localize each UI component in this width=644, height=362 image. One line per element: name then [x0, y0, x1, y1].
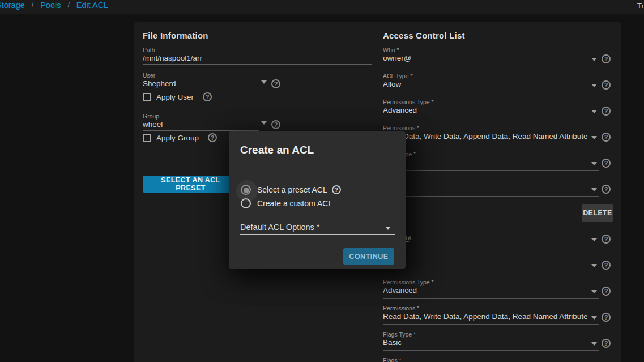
- apply-user-row: Apply User ?: [143, 92, 212, 101]
- acl-field-help-icon[interactable]: ?: [602, 80, 611, 90]
- group-label: Group: [143, 113, 159, 120]
- default-acl-options-select[interactable]: Default ACL Options *: [240, 223, 320, 232]
- acl-field-value[interactable]: Inherit: [383, 184, 588, 193]
- acl-field: Permissions *Read Data, Write Data, Appe…: [383, 305, 613, 331]
- acl-field-underline: [383, 196, 599, 197]
- create-acl-dialog: Create an ACL Select a preset ACL ? Crea…: [229, 131, 406, 269]
- custom-acl-radio-label: Create a custom ACL: [257, 199, 332, 208]
- preset-acl-radio[interactable]: [241, 185, 251, 195]
- acl-field-help-icon[interactable]: ?: [602, 159, 611, 168]
- acl-field: ?: [383, 253, 613, 279]
- delete-acl-entry-button[interactable]: DELETE: [582, 204, 613, 222]
- default-acl-options-caret-icon[interactable]: [385, 227, 391, 230]
- group-underline: [143, 130, 259, 131]
- acl-field-caret-icon[interactable]: [591, 136, 597, 139]
- acl-field-help-icon[interactable]: ?: [602, 54, 611, 63]
- user-help-icon[interactable]: ?: [271, 79, 280, 88]
- acl-field-caret-icon[interactable]: [591, 290, 597, 293]
- acl-field-label: Permissions Type *: [383, 99, 434, 105]
- acl-field-underline: [383, 66, 599, 66]
- custom-acl-radio-row[interactable]: Create a custom ACL: [241, 197, 332, 210]
- acl-field-caret-icon[interactable]: [591, 110, 597, 113]
- apply-group-label: Apply Group: [156, 134, 199, 142]
- acl-field-label: Who *: [383, 46, 399, 53]
- acl-field: Flags Type *?: [383, 151, 613, 177]
- dialog-title: Create an ACL: [240, 144, 314, 156]
- path-underline: [143, 64, 372, 65]
- apply-group-help-icon[interactable]: ?: [208, 133, 217, 142]
- acl-field: Who *owner@?: [383, 46, 613, 73]
- acl-field-label: Permissions *: [383, 305, 419, 312]
- acl-field-caret-icon[interactable]: [591, 342, 597, 346]
- acl-field-value[interactable]: Basic: [383, 338, 588, 347]
- user-select[interactable]: Shepherd: [143, 79, 176, 88]
- acl-field-caret-icon[interactable]: [591, 264, 597, 267]
- acl-field-caret-icon[interactable]: [591, 316, 597, 320]
- user-label: User: [143, 72, 155, 79]
- acl-field: Permissions Type *Advanced?: [383, 279, 613, 305]
- acl-field-value[interactable]: Allow: [383, 80, 588, 88]
- acl-field-caret-icon[interactable]: [591, 84, 597, 87]
- acl-field-help-icon[interactable]: ?: [602, 235, 611, 244]
- acl-field-help-icon[interactable]: ?: [602, 339, 611, 348]
- apply-group-row: Apply Group ?: [143, 133, 217, 142]
- acl-field-value[interactable]: Advanced: [383, 106, 588, 114]
- select-acl-preset-button[interactable]: SELECT AN ACL PRESET: [143, 176, 238, 193]
- acl-field-underline: [383, 272, 599, 272]
- breadcrumb-edit-acl[interactable]: Edit ACL: [73, 1, 112, 10]
- acl-field-value[interactable]: owner@: [383, 234, 588, 242]
- acl-field: ACL Type *Allow?: [383, 73, 613, 99]
- apply-group-checkbox[interactable]: [143, 134, 151, 142]
- breadcrumb-storage[interactable]: Storage: [0, 1, 28, 10]
- acl-field-help-icon[interactable]: ?: [602, 185, 611, 194]
- breadcrumb: Storage / Pools / Edit ACL: [0, 1, 112, 10]
- acl-field-label: Flags *: [383, 357, 402, 362]
- file-information-title: File Information: [143, 31, 208, 40]
- acl-field-label: ACL Type *: [383, 73, 413, 79]
- acl-field-caret-icon[interactable]: [591, 162, 597, 165]
- continue-button[interactable]: CONTINUE: [343, 248, 394, 265]
- user-underline: [143, 90, 259, 90]
- acl-field-caret-icon[interactable]: [591, 238, 597, 241]
- acl-field-underline: [383, 170, 599, 171]
- user-dropdown-caret-icon[interactable]: [261, 80, 267, 84]
- acl-field-value[interactable]: Read Data, Write Data, Append Data, Read…: [383, 132, 588, 140]
- acl-field-value[interactable]: Advanced: [383, 286, 588, 295]
- acl-field-help-icon[interactable]: ?: [602, 133, 611, 142]
- acl-field-help-icon[interactable]: ?: [602, 287, 611, 296]
- breadcrumb-pools[interactable]: Pools: [37, 1, 64, 10]
- acl-field-underline: [383, 324, 599, 325]
- access-control-list-title: Access Control List: [383, 31, 465, 40]
- default-acl-options-underline: [240, 234, 395, 235]
- group-dropdown-caret-icon[interactable]: [261, 121, 267, 125]
- breadcrumb-separator: /: [64, 1, 72, 9]
- acl-field: Permissions *Read Data, Write Data, Appe…: [383, 125, 613, 151]
- acl-field-underline: [383, 144, 599, 144]
- acl-field-underline: [383, 298, 599, 299]
- acl-field-label: Permissions *: [383, 125, 419, 131]
- apply-user-label: Apply User: [156, 93, 194, 101]
- acl-field-caret-icon[interactable]: [591, 58, 597, 61]
- group-select[interactable]: wheel: [143, 120, 163, 129]
- breadcrumb-separator: /: [28, 1, 37, 9]
- preset-acl-radio-label: Select a preset ACL: [257, 185, 327, 194]
- group-help-icon[interactable]: ?: [271, 120, 280, 129]
- preset-acl-help-icon[interactable]: ?: [332, 185, 341, 194]
- path-input[interactable]: /mnt/naspool1/arr: [143, 54, 202, 62]
- acl-field-underline: [383, 350, 599, 351]
- acl-field-help-icon[interactable]: ?: [602, 313, 611, 322]
- preset-acl-radio-row[interactable]: Select a preset ACL ?: [241, 183, 341, 197]
- acl-field-value[interactable]: owner@: [383, 54, 588, 62]
- acl-field-help-icon[interactable]: ?: [602, 107, 611, 116]
- acl-field-value[interactable]: Read Data, Write Data, Append Data, Read…: [383, 312, 588, 321]
- acl-field-underline: [383, 92, 599, 92]
- apply-user-checkbox[interactable]: [143, 93, 151, 101]
- custom-acl-radio[interactable]: [241, 198, 251, 208]
- page: Storage / Pools / Edit ACL Tr File Infor…: [0, 0, 644, 362]
- topbar-right-text: Tr: [637, 2, 644, 10]
- acl-field-label: Permissions Type *: [383, 279, 434, 286]
- apply-user-help-icon[interactable]: ?: [203, 92, 212, 101]
- acl-field-help-icon[interactable]: ?: [602, 261, 611, 270]
- acl-field-caret-icon[interactable]: [591, 188, 597, 191]
- acl-field: Permissions Type *Advanced?: [383, 99, 613, 125]
